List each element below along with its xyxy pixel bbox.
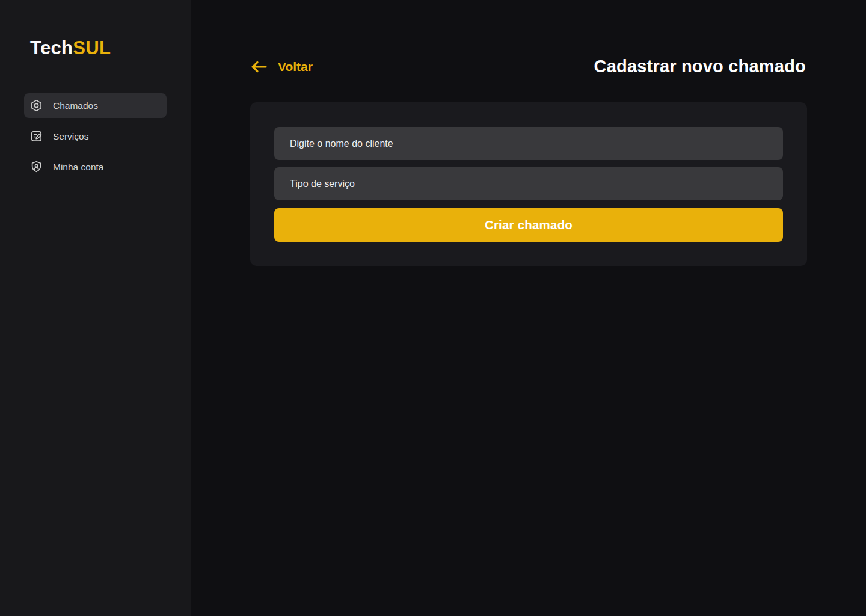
edit-note-icon — [29, 129, 43, 143]
sidebar-item-label: Chamados — [53, 100, 98, 111]
hexnut-circle-icon — [29, 99, 43, 112]
main-content: Voltar Cadastrar novo chamado Criar cham… — [191, 0, 866, 616]
sidebar-nav: Chamados Serviços Minha c — [24, 93, 167, 179]
brand-primary-text: Tech — [30, 37, 73, 58]
sidebar-item-minha-conta[interactable]: Minha conta — [24, 155, 167, 179]
page-header: Voltar Cadastrar novo chamado — [250, 57, 806, 76]
create-ticket-button[interactable]: Criar chamado — [274, 208, 783, 242]
sidebar-item-servicos[interactable]: Serviços — [24, 124, 167, 149]
sidebar-item-label: Minha conta — [53, 162, 103, 173]
app-logo: TechSUL — [0, 0, 191, 59]
service-type-input[interactable] — [274, 167, 783, 200]
brand-accent-text: SUL — [73, 37, 111, 58]
page-title: Cadastrar novo chamado — [594, 57, 806, 76]
new-ticket-form-card: Criar chamado — [250, 102, 807, 266]
sidebar-item-label: Serviços — [53, 131, 88, 142]
sidebar-item-chamados[interactable]: Chamados — [24, 93, 167, 118]
client-name-input[interactable] — [274, 127, 783, 160]
back-button-label: Voltar — [278, 60, 313, 74]
back-button[interactable]: Voltar — [250, 60, 313, 74]
shield-user-icon — [29, 160, 43, 174]
sidebar: TechSUL Chamados Serviços — [0, 0, 191, 616]
arrow-left-icon — [250, 60, 268, 74]
